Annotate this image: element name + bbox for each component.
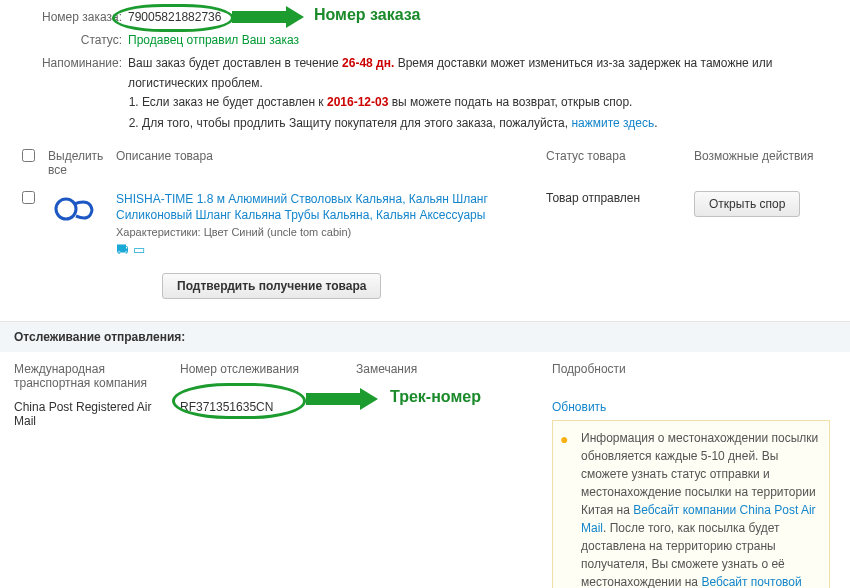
product-link[interactable]: SHISHA-TIME 1.8 м Алюминий Стволовых Кал… — [116, 191, 538, 223]
col-actions: Возможные действия — [690, 143, 838, 185]
deadline-date: 2016-12-03 — [327, 95, 388, 109]
open-dispute-button[interactable]: Открыть спор — [694, 191, 800, 217]
col-description: Описание товара — [112, 143, 542, 185]
reminder-label: Напоминание: — [12, 54, 128, 73]
tracking-col-carrier: Международная транспортная компания — [14, 358, 180, 396]
reminder-block: Ваш заказ будет доставлен в течение 26-4… — [128, 54, 838, 135]
tracking-details-box: ● Информация о местонахождении посылки о… — [552, 420, 830, 589]
item-status: Товар отправлен — [542, 185, 690, 266]
carrier-name: China Post Registered Air Mail — [14, 396, 180, 589]
reminder-line2: Для того, чтобы продлить Защиту покупате… — [142, 114, 838, 133]
reminder-prefix: Ваш заказ будет доставлен в течение — [128, 56, 342, 70]
tracking-col-details: Подробности — [552, 358, 836, 396]
table-row: SHISHA-TIME 1.8 м Алюминий Стволовых Кал… — [12, 185, 838, 266]
svg-point-0 — [56, 199, 76, 219]
truck-icon: ⛟ — [116, 242, 129, 257]
order-number-label: Номер заказа: — [12, 8, 128, 27]
col-status: Статус товара — [542, 143, 690, 185]
extend-protection-link[interactable]: нажмите здесь — [571, 116, 654, 130]
card-icon: ▭ — [133, 242, 145, 257]
product-thumbnail[interactable] — [48, 191, 96, 227]
tracking-col-remarks: Замечания — [356, 358, 552, 396]
select-all-checkbox[interactable] — [22, 149, 35, 162]
status-value: Продавец отправил Ваш заказ — [128, 33, 299, 47]
reminder-line1: Если заказ не будет доставлен к 2016-12-… — [142, 93, 838, 112]
lightbulb-icon: ● — [560, 429, 568, 450]
tracking-col-number: Номер отслеживания — [180, 358, 356, 396]
col-select-all: Выделить все — [44, 143, 112, 185]
refresh-link[interactable]: Обновить — [552, 400, 606, 414]
order-number-value: 79005821882736 — [128, 10, 221, 24]
reminder-days: 26-48 дн. — [342, 56, 394, 70]
tracking-section-title: Отслеживание отправления: — [0, 322, 850, 352]
confirm-receipt-button[interactable]: Подтвердить получение товара — [162, 273, 381, 299]
product-characteristics: Характеристики: Цвет Синий (uncle tom ca… — [116, 226, 538, 238]
row-checkbox[interactable] — [22, 191, 35, 204]
status-label: Статус: — [12, 31, 128, 50]
tracking-remark — [356, 396, 552, 589]
tracking-number: RF371351635CN — [180, 396, 356, 589]
items-table: Выделить все Описание товара Статус това… — [12, 143, 838, 266]
product-mini-icons: ⛟▭ — [116, 242, 538, 257]
